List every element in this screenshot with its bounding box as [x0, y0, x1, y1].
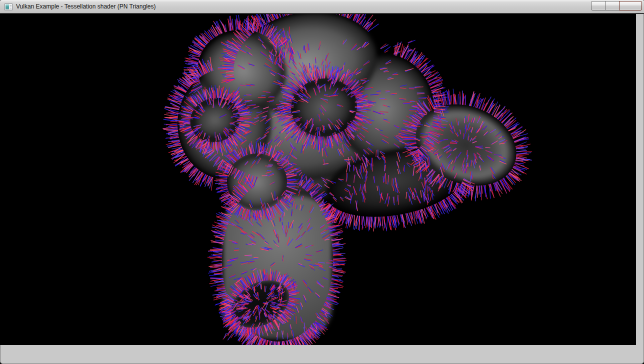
minimize-button[interactable]	[591, 1, 606, 10]
maximize-button[interactable]	[605, 1, 620, 10]
app-icon[interactable]	[4, 3, 12, 11]
render-viewport[interactable]	[0, 0, 636, 345]
window-title: Vulkan Example - Tessellation shader (PN…	[16, 0, 156, 14]
title-bar[interactable]: Vulkan Example - Tessellation shader (PN…	[0, 0, 644, 14]
app-window: Vulkan Example - Tessellation shader (PN…	[0, 0, 644, 364]
close-button[interactable]	[619, 1, 642, 10]
window-controls	[591, 1, 642, 10]
